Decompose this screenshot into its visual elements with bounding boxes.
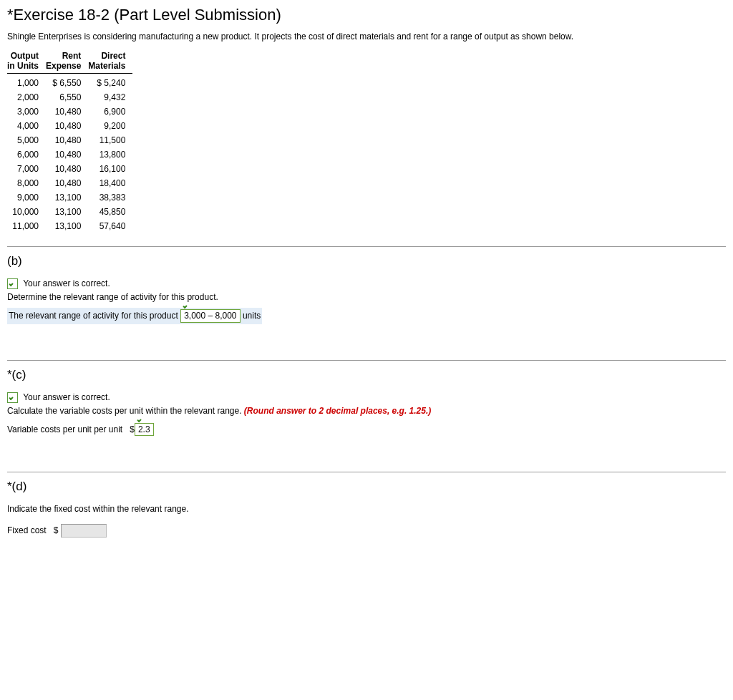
col-materials-header: DirectMaterials [88, 49, 132, 74]
part-b-answer-box: 3,000 – 8,000 [180, 309, 240, 322]
table-row: 9,00013,10038,383 [7, 190, 132, 205]
correct-text: Your answer is correct. [23, 278, 110, 288]
part-c-answer-box: 2.3 [135, 423, 154, 436]
table-row: 1,000$ 6,550$ 5,240 [7, 74, 132, 91]
table-row: 4,00010,4809,200 [7, 119, 132, 133]
part-b-label: (b) [7, 254, 726, 268]
table-row: 8,00010,48018,400 [7, 176, 132, 190]
table-row: 10,00013,10045,850 [7, 205, 132, 219]
part-c-correct: Your answer is correct. [7, 392, 726, 403]
table-row: 3,00010,4806,900 [7, 104, 132, 119]
divider [7, 246, 726, 247]
check-icon [137, 417, 144, 423]
fixed-cost-input[interactable] [61, 524, 107, 538]
currency-symbol: $ [130, 424, 135, 434]
table-row: 2,0006,5509,432 [7, 90, 132, 104]
table-row: 6,00010,48013,800 [7, 147, 132, 162]
part-d-answer-line: Fixed cost $ [7, 524, 726, 538]
check-icon [183, 303, 190, 309]
part-c-answer-line: Variable costs per unit per unit $ 2.3 [7, 423, 726, 436]
divider [7, 472, 726, 472]
correct-text: Your answer is correct. [23, 392, 110, 402]
rounding-note: (Round answer to 2 decimal places, e.g. … [244, 406, 431, 416]
col-output-header: Outputin Units [7, 49, 46, 74]
check-icon [7, 392, 18, 403]
table-row: 5,00010,48011,500 [7, 133, 132, 147]
part-b-answer-value: 3,000 – 8,000 [184, 311, 236, 321]
table-row: 11,00013,10057,640 [7, 219, 132, 233]
part-b-correct: Your answer is correct. [7, 278, 726, 289]
divider [7, 360, 726, 361]
cost-table: Outputin Units RentExpense DirectMateria… [7, 49, 132, 233]
table-row: 7,00010,48016,100 [7, 162, 132, 176]
part-c-instruction: Calculate the variable costs per unit wi… [7, 406, 726, 416]
part-b-prefix: The relevant range of activity for this … [9, 311, 178, 321]
intro-text: Shingle Enterprises is considering manuf… [7, 31, 726, 42]
part-c-answer-value: 2.3 [138, 424, 150, 434]
part-d-prefix: Fixed cost [7, 525, 47, 535]
part-c-prefix: Variable costs per unit per unit [7, 424, 122, 434]
cost-table-body: 1,000$ 6,550$ 5,2402,0006,5509,4323,0001… [7, 74, 132, 234]
page-title: *Exercise 18-2 (Part Level Submission) [7, 6, 726, 24]
currency-symbol: $ [54, 525, 59, 535]
part-d-instruction: Indicate the fixed cost within the relev… [7, 504, 726, 514]
check-icon [7, 278, 18, 289]
part-b-answer-line: The relevant range of activity for this … [7, 308, 726, 324]
part-b-instruction: Determine the relevant range of activity… [7, 292, 726, 302]
part-b-suffix: units [243, 311, 261, 321]
part-c-label: *(c) [7, 368, 726, 382]
part-d-label: *(d) [7, 480, 726, 494]
col-rent-header: RentExpense [46, 49, 88, 74]
